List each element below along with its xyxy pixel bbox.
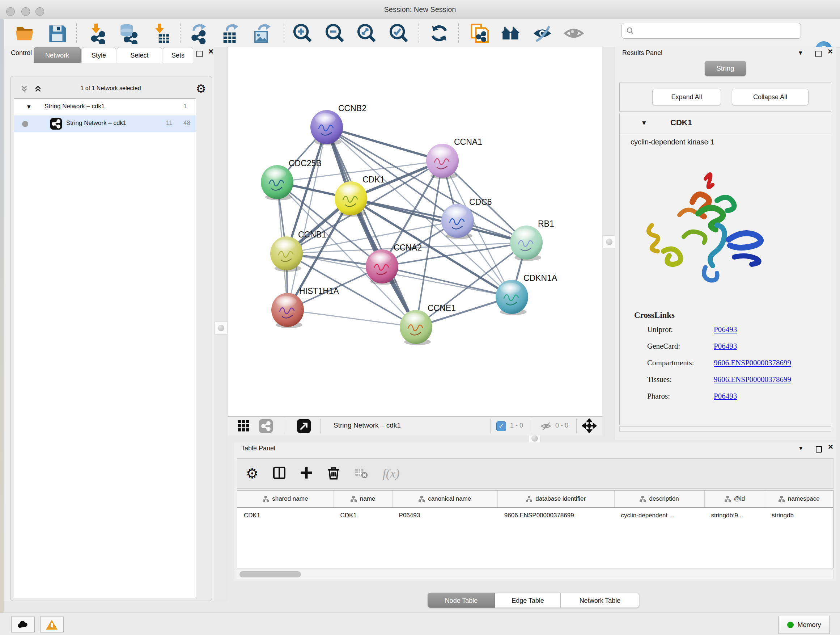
column-header-name[interactable]: name <box>334 491 393 507</box>
open-session-icon[interactable] <box>14 23 35 44</box>
column-header-description[interactable]: description <box>615 491 705 507</box>
tab-select[interactable]: Select <box>117 47 162 63</box>
table-cell[interactable]: CDK1 <box>334 512 393 519</box>
show-columns-icon[interactable] <box>272 466 286 481</box>
left-splitter-handle[interactable] <box>215 321 227 334</box>
export-table-icon[interactable] <box>220 23 241 44</box>
column-header--id[interactable]: @id <box>705 491 766 507</box>
panel-menu-icon[interactable]: ▾ <box>799 445 803 452</box>
zoom-fit-icon[interactable] <box>356 23 377 44</box>
column-header-database-identifier[interactable]: database identifier <box>498 491 615 507</box>
network-canvas[interactable]: CCNB2CCNA1CDC25BCDK1CDC6RB1CCNB1CCNA2CDK… <box>228 47 602 416</box>
expand-all-button[interactable]: Expand All <box>652 89 721 105</box>
crosslink-link[interactable]: 9606.ENSP00000378699 <box>714 375 791 384</box>
birdseye-navigator-icon[interactable] <box>582 418 597 434</box>
export-network-icon[interactable] <box>188 23 210 44</box>
protein-header-row[interactable]: ▾ CDK1 <box>620 113 831 134</box>
table-cell[interactable]: CDK1 <box>237 512 334 519</box>
tab-network-table[interactable]: Network Table <box>561 593 639 608</box>
zoom-selected-icon[interactable] <box>388 23 409 44</box>
table-options-gear-icon[interactable]: ⚙ <box>246 466 258 481</box>
function-builder-icon[interactable]: f(x) <box>382 467 399 480</box>
grid-view-icon[interactable] <box>237 420 250 432</box>
network-edge-CCNB2-CCNA1[interactable] <box>327 127 442 161</box>
home-networks-icon[interactable] <box>500 23 521 44</box>
network-edge-CCNB2-HIST1H1A[interactable] <box>287 127 327 310</box>
zoom-in-icon[interactable] <box>292 23 313 44</box>
panel-close-icon[interactable]: × <box>828 443 833 450</box>
panel-menu-icon[interactable]: ▾ <box>799 49 802 57</box>
add-column-icon[interactable] <box>299 465 314 482</box>
panel-close-icon[interactable]: × <box>828 48 833 55</box>
crosslink-link[interactable]: 9606.ENSP00000378699 <box>714 358 791 367</box>
network-edge-CCNA2-CDKN1A[interactable] <box>382 266 512 297</box>
cloud-button[interactable] <box>11 616 35 632</box>
search-input[interactable] <box>637 27 801 35</box>
crosslink-link[interactable]: P06493 <box>714 342 737 351</box>
network-share-view-icon[interactable] <box>259 419 273 433</box>
column-header-canonical-name[interactable]: canonical name <box>393 491 498 507</box>
tab-style[interactable]: Style <box>81 47 116 63</box>
network-edge-CCNB2-CCNE1[interactable] <box>327 127 416 327</box>
network-node-CCNB2[interactable]: CCNB2 <box>310 103 366 145</box>
import-network-database-icon[interactable] <box>118 23 139 44</box>
delete-table-icon[interactable] <box>354 466 368 481</box>
panel-float-icon[interactable] <box>815 51 821 57</box>
table-cell[interactable]: stringdb <box>765 512 833 519</box>
tab-edge-table[interactable]: Edge Table <box>495 593 561 608</box>
panel-close-icon[interactable]: × <box>208 48 213 55</box>
clone-network-icon[interactable] <box>469 23 490 44</box>
network-node-CDKN1A[interactable]: CDKN1A <box>496 273 557 315</box>
hidden-eye-icon[interactable] <box>540 421 553 432</box>
table-hscrollbar-thumb[interactable] <box>240 571 301 578</box>
import-network-file-icon[interactable] <box>87 23 108 44</box>
zoom-out-icon[interactable] <box>325 23 346 44</box>
table-cell[interactable]: P06493 <box>393 512 498 519</box>
network-node-HIST1H1A[interactable]: HIST1H1A <box>271 287 339 328</box>
tab-string[interactable]: String <box>705 61 746 76</box>
tab-node-table[interactable]: Node Table <box>428 593 495 608</box>
table-row[interactable]: CDK1CDK1P064939606.ENSP00000378699cyclin… <box>237 508 833 523</box>
table-cell[interactable]: cyclin-dependent ... <box>615 512 705 519</box>
column-header-namespace[interactable]: namespace <box>765 491 833 507</box>
network-node-CDK1[interactable]: CDK1 <box>335 175 385 217</box>
network-item-row[interactable]: String Network – cdk1 11 48 <box>14 116 196 132</box>
network-options-gear-icon[interactable]: ⚙ <box>196 82 206 96</box>
right-splitter[interactable] <box>602 47 615 440</box>
open-in-window-icon[interactable] <box>297 419 311 433</box>
network-node-CCNB1[interactable]: CCNB1 <box>270 230 326 272</box>
collapse-all-button[interactable]: Collapse All <box>732 89 808 105</box>
import-table-icon[interactable] <box>151 23 172 44</box>
export-image-icon[interactable] <box>251 23 272 44</box>
horizontal-splitter[interactable] <box>228 435 602 442</box>
search-icon <box>626 27 634 35</box>
network-edge-HIST1H1A-CCNE1[interactable] <box>287 310 416 327</box>
right-splitter-handle[interactable] <box>603 235 616 249</box>
tab-sets[interactable]: Sets <box>163 47 193 63</box>
toolbar-separator <box>76 23 77 43</box>
network-collection-row[interactable]: ▾ String Network – cdk1 1 <box>14 99 196 116</box>
column-header-shared-name[interactable]: shared name <box>237 491 334 507</box>
crosslink-link[interactable]: P06493 <box>714 325 737 334</box>
protein-collapse-icon[interactable]: ▾ <box>642 119 646 127</box>
network-node-RB1[interactable]: RB1 <box>510 219 554 261</box>
selected-checkbox[interactable]: ✓ <box>496 421 506 431</box>
delete-column-icon[interactable] <box>326 466 341 481</box>
warning-button[interactable] <box>40 616 64 632</box>
memory-button[interactable]: Memory <box>778 616 830 634</box>
panel-float-icon[interactable] <box>196 51 202 57</box>
tab-network[interactable]: Network <box>34 47 81 63</box>
hide-unhide-icon[interactable] <box>532 23 553 44</box>
crosslink-label: GeneCard: <box>647 342 680 351</box>
table-hscrollbar[interactable] <box>237 570 834 579</box>
table-cell[interactable]: stringdb:9... <box>704 512 765 519</box>
search-field <box>622 23 801 39</box>
table-cell[interactable]: 9606.ENSP00000378699 <box>498 512 615 519</box>
collection-expand-icon[interactable]: ▾ <box>27 103 31 111</box>
left-splitter[interactable] <box>214 47 227 601</box>
panel-float-icon[interactable] <box>816 446 822 453</box>
save-session-icon[interactable] <box>47 23 68 44</box>
crosslink-link[interactable]: P06493 <box>714 392 737 401</box>
show-eye-icon[interactable] <box>563 23 584 44</box>
refresh-icon[interactable] <box>429 23 450 44</box>
